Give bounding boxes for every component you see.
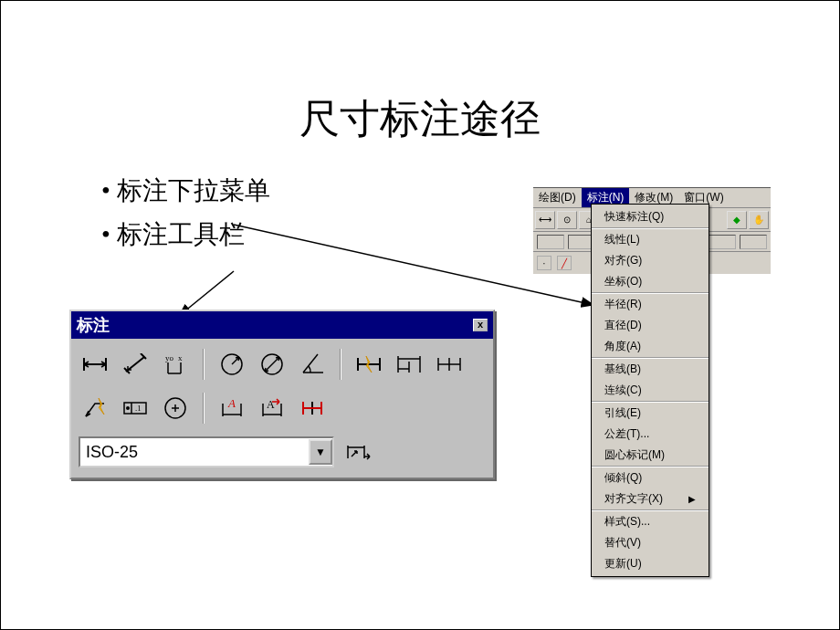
qleader-icon[interactable]	[79, 392, 111, 425]
dropdown-arrow-icon[interactable]: ▼	[309, 439, 332, 465]
diameter-dim-icon[interactable]	[256, 348, 289, 381]
linear-dim-icon[interactable]	[79, 348, 111, 381]
svg-text:A: A	[227, 396, 236, 410]
menu-item-quick-dim[interactable]: 快速标注(Q)	[592, 206, 709, 227]
svg-text:.1: .1	[135, 404, 142, 413]
menu-draw[interactable]: 绘图(D)	[533, 188, 582, 207]
dim-text-edit-icon[interactable]: A	[256, 392, 289, 425]
separator	[203, 349, 205, 380]
menu-item-diameter[interactable]: 直径(D)	[592, 315, 709, 336]
app-menubar-area: 绘图(D) 标注(N) 修改(M) 窗口(W) ⟷ ⊙ ⌂ ◆ ✋ · ╱ 快速…	[533, 187, 771, 274]
slide-title: 尺寸标注途径	[56, 92, 784, 146]
submenu-arrow-icon: ▶	[688, 494, 696, 504]
separator	[340, 349, 341, 380]
angular-dim-icon[interactable]	[296, 348, 329, 381]
menu-item-baseline[interactable]: 基线(B)	[592, 359, 709, 380]
svg-point-33	[126, 406, 130, 410]
menu-item-oblique[interactable]: 倾斜(Q)	[592, 467, 709, 488]
draw-tool-icon[interactable]: ·	[537, 256, 551, 270]
menu-item-leader[interactable]: 引线(E)	[592, 403, 709, 424]
separator	[203, 393, 205, 424]
baseline-dim-icon[interactable]	[393, 348, 425, 381]
quick-dim-icon[interactable]	[352, 348, 385, 381]
menu-item-style[interactable]: 样式(S)...	[592, 511, 709, 532]
svg-text:yo: yo	[165, 353, 174, 362]
dim-update-icon[interactable]	[341, 436, 374, 468]
svg-text:x: x	[178, 353, 183, 362]
tool-icon[interactable]: ◆	[727, 211, 747, 229]
ordinate-dim-icon[interactable]: yox	[159, 348, 192, 381]
menu-item-aligned[interactable]: 对齐(G)	[592, 250, 709, 271]
dim-style-input[interactable]	[80, 441, 309, 464]
toolbar-title: 标注	[77, 314, 110, 336]
center-mark-icon[interactable]	[159, 392, 192, 425]
menu-item-angle[interactable]: 角度(A)	[592, 336, 709, 357]
svg-line-14	[232, 357, 239, 364]
panel-segment	[709, 235, 736, 249]
menu-item-continue[interactable]: 连续(C)	[592, 380, 709, 401]
menu-item-center-mark[interactable]: 圆心标记(M)	[592, 445, 709, 466]
dim-edit-icon[interactable]: A	[215, 392, 248, 425]
tool-icon[interactable]: ⊙	[557, 211, 577, 229]
svg-text:A: A	[267, 398, 275, 411]
dimension-toolbar-window: 标注 x yox	[69, 310, 495, 479]
panel-segment	[537, 235, 564, 249]
menu-item-override[interactable]: 替代(V)	[592, 532, 709, 553]
menu-item-ordinate[interactable]: 坐标(O)	[592, 271, 709, 292]
tool-icon[interactable]: ✋	[749, 211, 769, 229]
menu-item-tolerance[interactable]: 公差(T)...	[592, 424, 709, 445]
draw-tool-icon[interactable]: ╱	[557, 256, 572, 270]
panel-segment	[740, 235, 767, 249]
aligned-dim-icon[interactable]	[119, 348, 152, 381]
menu-item-linear[interactable]: 线性(L)	[592, 229, 709, 250]
dim-style-select[interactable]: ▼	[79, 436, 334, 467]
tool-icon[interactable]: ⟷	[535, 211, 555, 229]
tolerance-icon[interactable]: .1	[119, 392, 152, 425]
close-button[interactable]: x	[473, 319, 488, 331]
radius-dim-icon[interactable]	[215, 348, 248, 381]
svg-line-16	[265, 357, 279, 372]
dim-override-icon[interactable]	[296, 392, 329, 425]
continue-dim-icon[interactable]	[433, 348, 466, 381]
dimension-dropdown-menu: 快速标注(Q) 线性(L) 对齐(G) 坐标(O) 半径(R) 直径(D) 角度…	[591, 204, 709, 577]
menu-item-update[interactable]: 更新(U)	[592, 553, 709, 574]
menu-item-radius[interactable]: 半径(R)	[592, 294, 709, 315]
toolbar-titlebar[interactable]: 标注 x	[71, 311, 493, 339]
menu-item-align-text[interactable]: 对齐文字(X)▶	[592, 488, 709, 509]
